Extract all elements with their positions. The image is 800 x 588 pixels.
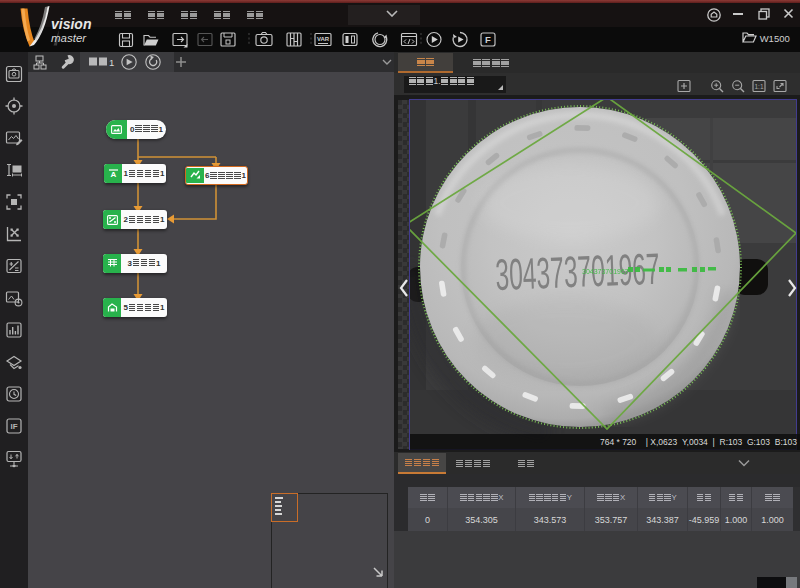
svg-text:1:1: 1:1 xyxy=(754,83,763,90)
svg-text:IF: IF xyxy=(10,422,17,431)
svg-text:304373701967: 304373701967 xyxy=(582,268,629,275)
svg-text:F: F xyxy=(485,34,491,45)
svg-text:vision: vision xyxy=(51,16,91,32)
svg-text:1: 1 xyxy=(109,57,114,68)
svg-text:A: A xyxy=(110,170,116,179)
svg-text:304373701967: 304373701967 xyxy=(494,244,660,300)
svg-text:VAR: VAR xyxy=(317,36,330,42)
